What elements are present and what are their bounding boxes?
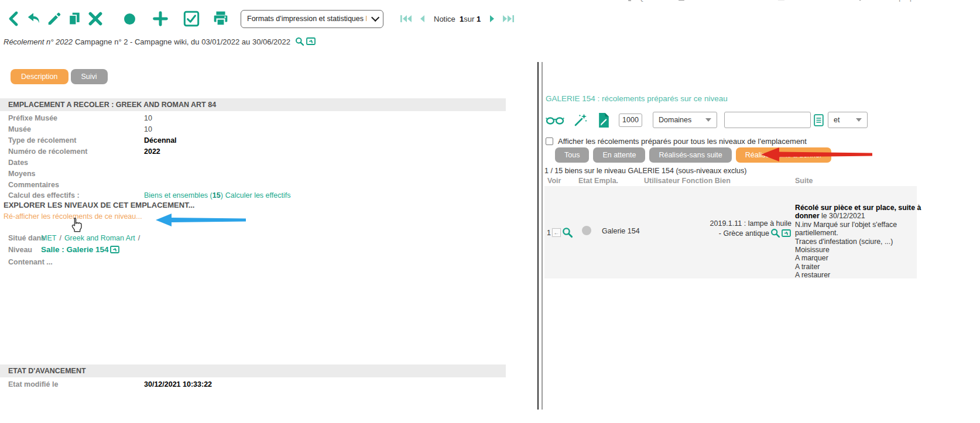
user-icon	[678, 0, 685, 1]
operator-select[interactable]: et	[828, 112, 868, 128]
next-page-icon	[489, 15, 496, 23]
suite-line: A marquer	[795, 254, 924, 262]
red-arrow-annotation	[761, 147, 872, 164]
undo-button[interactable]	[26, 12, 41, 26]
hand-cursor-icon	[68, 216, 84, 236]
menu-item-quitter[interactable]: Quitter	[628, 0, 661, 2]
notice-counter: Notice 1sur 1	[434, 15, 481, 23]
tab-label: Suivi	[81, 73, 97, 81]
menu-item-apropos[interactable]: À propos	[892, 0, 922, 2]
col-header-suite[interactable]: Suite	[795, 177, 813, 185]
tab-description[interactable]: Description	[11, 69, 68, 84]
tab-suivi[interactable]: Suivi	[71, 69, 108, 84]
col-header-utilisateur-fonction-bien[interactable]: Utilisateur Fonction Bien	[644, 177, 731, 185]
plus-icon	[153, 11, 168, 26]
filter-realises-sans-suite-button[interactable]: Réalisés-sans suite	[649, 147, 731, 163]
field-calcul-effectifs: Calcul des effectifs : Biens et ensemble…	[0, 190, 506, 201]
back-arrow-button[interactable]: ←	[552, 228, 561, 237]
checkbox-check-icon	[183, 11, 200, 27]
row-emplacement: Galerie 154	[602, 227, 640, 235]
field-niveau: Niveau Salle : Galerie 154	[0, 244, 506, 255]
menu-item-contact[interactable]: Contact	[777, 0, 814, 2]
domaines-select[interactable]: Domaines	[653, 112, 717, 128]
filter-label: Réalisés-sans suite	[659, 151, 722, 159]
result-limit-input[interactable]	[619, 114, 642, 127]
last-notice-button[interactable]	[502, 15, 515, 23]
book-list-icon	[814, 114, 824, 126]
all-levels-checkbox-row: Afficher les récolements préparés pour t…	[546, 137, 807, 146]
first-notice-button[interactable]	[400, 15, 413, 23]
table-header-row: Voir Etat Empla. Utilisateur Fonction Bi…	[544, 177, 980, 186]
record-details-label: Campagne n° 2 - Campagne wiki, du 03/01/…	[75, 37, 290, 46]
field-etat-modifie: Etat modifié le 30/12/2021 10:33:22	[0, 379, 506, 390]
circle-icon	[124, 13, 135, 25]
biens-ensembles-link[interactable]: Biens et ensembles (15)	[144, 191, 223, 200]
open-window-icon[interactable]	[782, 229, 791, 238]
right-toolbar: Domaines et	[546, 110, 868, 130]
view-mode-button[interactable]	[546, 115, 564, 125]
exit-icon	[628, 0, 635, 1]
edit-button[interactable]	[47, 11, 62, 26]
chevron-left-icon	[7, 11, 21, 26]
all-levels-checkbox[interactable]	[546, 137, 553, 145]
filter-label: En attente	[602, 151, 636, 159]
print-button[interactable]	[213, 11, 229, 27]
help-icon	[856, 0, 864, 1]
print-formats-label: Formats d'impression et statistiques PV.…	[247, 15, 366, 23]
galerie-154-link[interactable]: Salle : Galerie 154	[41, 245, 120, 254]
next-notice-button[interactable]	[489, 15, 496, 23]
mail-icon	[777, 0, 785, 1]
menu-item-aide[interactable]: Aide	[856, 0, 882, 2]
record-button[interactable]	[124, 13, 135, 25]
filter-tous-button[interactable]: Tous	[555, 147, 589, 163]
magic-wand-button[interactable]	[574, 113, 588, 127]
document-pencil-icon	[597, 112, 611, 128]
table-row[interactable]: 1 ← Galerie 154 2019.1.11 : lampe à huil…	[544, 186, 917, 278]
record-type-label: Récolement n° 2022	[4, 37, 73, 46]
edit-sheet-button[interactable]	[597, 112, 611, 128]
top-menu: Quitter adminmusee ADMINISTRATEUR Contac…	[0, 0, 980, 5]
search-icon[interactable]	[295, 37, 304, 46]
row-suite: Récolé sur pièce et sur place, suite à d…	[795, 204, 924, 280]
prev-notice-button[interactable]	[419, 15, 426, 23]
field-prefixe-musee: Préfixe Musée10	[0, 112, 506, 123]
undo-arrow-icon	[26, 12, 41, 26]
filter-label: Tous	[564, 151, 580, 159]
search-icon[interactable]	[770, 228, 780, 238]
glasses-icon	[546, 115, 564, 125]
first-page-icon	[400, 15, 413, 23]
criteria-search-input[interactable]	[724, 112, 811, 128]
notice-navigator: Notice 1sur 1	[400, 15, 515, 23]
bien-designation: - Grèce antique	[719, 229, 769, 238]
suite-date: le 30/12/2021	[820, 212, 865, 220]
col-header-voir[interactable]: Voir	[547, 177, 561, 185]
copy-icon	[67, 11, 82, 26]
duplicate-button[interactable]	[67, 11, 82, 26]
result-count-line: 1 / 15 biens sur le niveau GALERIE 154 (…	[544, 167, 746, 175]
status-dot	[582, 226, 591, 235]
panel-splitter[interactable]	[537, 62, 539, 410]
explore-heading: EXPLORER LES NIVEAUX DE CET EMPLACEMENT.…	[4, 201, 195, 209]
validate-button[interactable]	[183, 11, 200, 27]
breadcrumb: Récolement n° 2022 Campagne n° 2 - Campa…	[4, 37, 316, 46]
back-button[interactable]	[7, 11, 21, 26]
all-levels-checkbox-label: Afficher les récolements préparés pour t…	[558, 137, 807, 146]
filter-en-attente-button[interactable]: En attente	[593, 147, 645, 163]
left-tabs: Description Suivi	[11, 69, 108, 84]
chevron-down-icon	[371, 13, 379, 22]
suite-line: A traiter	[795, 263, 924, 271]
add-button[interactable]	[153, 11, 168, 26]
close-x-icon	[88, 11, 103, 26]
section-emplacement-header: EMPLACEMENT A RECOLER : GREEK AND ROMAN …	[0, 98, 506, 111]
col-header-etat-empla[interactable]: Etat Empla.	[578, 177, 618, 185]
calculer-effectifs-link[interactable]: Calculer les effectifs	[225, 191, 291, 200]
print-formats-dropdown[interactable]: Formats d'impression et statistiques PV.…	[241, 10, 383, 28]
delete-button[interactable]	[88, 11, 103, 26]
breadcrumb-link-met[interactable]: MET	[41, 234, 56, 242]
open-window-icon[interactable]	[306, 37, 316, 46]
section-etat-header: ETAT D'AVANCEMENT	[0, 364, 506, 377]
search-icon[interactable]	[562, 227, 573, 238]
printer-icon	[213, 11, 229, 27]
lexicon-button[interactable]	[814, 114, 824, 126]
suite-line: N.inv Marqué sur l'objet s'efface partie…	[795, 221, 924, 238]
